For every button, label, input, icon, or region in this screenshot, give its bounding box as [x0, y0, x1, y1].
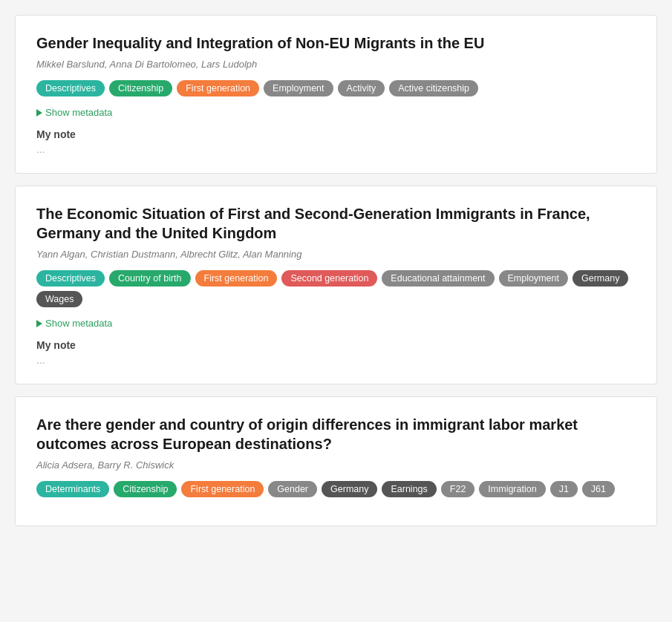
my-note-label: My note	[36, 128, 636, 140]
tag-second-generation[interactable]: Second generation	[281, 270, 377, 287]
tag-country-of-birth[interactable]: Country of birth	[109, 270, 190, 287]
paper-authors: Alicia Adsera, Barry R. Chiswick	[36, 459, 636, 471]
chevron-right-icon	[36, 320, 42, 327]
tag-descriptives[interactable]: Descriptives	[36, 270, 105, 287]
tag-educational-attainment[interactable]: Educational attainment	[382, 270, 494, 287]
show-metadata-label: Show metadata	[45, 107, 112, 118]
tag-gender[interactable]: Gender	[268, 481, 317, 497]
tags-row: DescriptivesCountry of birthFirst genera…	[36, 270, 636, 307]
my-note-value: ...	[36, 143, 636, 155]
tag-j61[interactable]: J61	[582, 481, 615, 497]
paper-title: Gender Inequality and Integration of Non…	[36, 33, 636, 53]
tag-germany[interactable]: Germany	[572, 270, 628, 287]
paper-title: The Economic Situation of First and Seco…	[36, 204, 636, 243]
tag-employment[interactable]: Employment	[264, 80, 333, 96]
tag-earnings[interactable]: Earnings	[382, 481, 436, 497]
paper-card-1: Gender Inequality and Integration of Non…	[15, 15, 657, 174]
chevron-right-icon	[36, 109, 42, 117]
tag-wages[interactable]: Wages	[36, 291, 82, 307]
tags-row: DescriptivesCitizenshipFirst generationE…	[36, 80, 636, 96]
tag-first-generation[interactable]: First generation	[181, 481, 264, 497]
show-metadata-button[interactable]: Show metadata	[36, 318, 112, 329]
tag-germany[interactable]: Germany	[322, 481, 377, 497]
show-metadata-button[interactable]: Show metadata	[36, 107, 112, 118]
tag-citizenship[interactable]: Citizenship	[109, 80, 172, 96]
tags-row: DeterminantsCitizenshipFirst generationG…	[36, 481, 636, 497]
tag-immigration[interactable]: Immigration	[479, 481, 545, 497]
my-note-label: My note	[36, 339, 636, 351]
tag-determinants[interactable]: Determinants	[36, 481, 109, 497]
paper-title: Are there gender and country of origin d…	[36, 415, 636, 454]
tag-active-citizenship[interactable]: Active citizenship	[389, 80, 478, 96]
tag-descriptives[interactable]: Descriptives	[36, 80, 105, 96]
papers-list: Gender Inequality and Integration of Non…	[15, 15, 657, 526]
show-metadata-label: Show metadata	[45, 318, 112, 329]
tag-first-generation[interactable]: First generation	[195, 270, 278, 287]
tag-activity[interactable]: Activity	[338, 80, 385, 96]
tag-f22[interactable]: F22	[441, 481, 475, 497]
paper-authors: Yann Algan, Christian Dustmann, Albrecht…	[36, 249, 636, 260]
tag-j1[interactable]: J1	[550, 481, 578, 497]
paper-card-3: Are there gender and country of origin d…	[15, 396, 657, 526]
tag-first-generation[interactable]: First generation	[177, 80, 259, 96]
paper-authors: Mikkel Barslund, Anna Di Bartolomeo, Lar…	[36, 59, 636, 70]
tag-citizenship[interactable]: Citizenship	[114, 481, 177, 497]
paper-card-2: The Economic Situation of First and Seco…	[15, 186, 657, 384]
my-note-value: ...	[36, 354, 636, 366]
tag-employment[interactable]: Employment	[499, 270, 568, 287]
